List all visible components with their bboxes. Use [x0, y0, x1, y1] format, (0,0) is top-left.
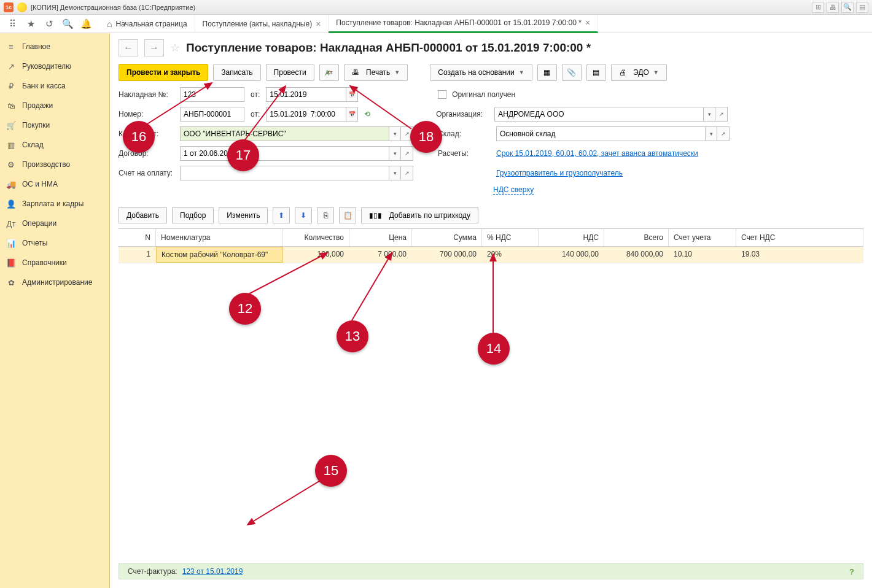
dropdown-icon[interactable]: ▾	[703, 107, 715, 122]
search-icon[interactable]: 🔍	[59, 17, 76, 31]
moveup-button[interactable]: ⬆	[273, 207, 290, 223]
sidebar-item-warehouse[interactable]: ▥Склад	[0, 135, 109, 155]
post-button[interactable]: Провести	[266, 64, 314, 81]
open-icon[interactable]: ↗	[715, 107, 728, 122]
table-row[interactable]: 1 Костюм рабочий "Коловрат-69" 100,000 7…	[119, 247, 863, 263]
content: ← → ☆ Поступление товаров: Накладная АНБ…	[110, 33, 872, 588]
add-button[interactable]: Добавить	[119, 207, 167, 223]
post-close-button[interactable]: Провести и закрыть	[119, 64, 208, 81]
items-table: N Номенклатура Количество Цена Сумма % Н…	[119, 228, 863, 563]
attach-button[interactable]: 📎	[562, 64, 582, 81]
tab-home[interactable]: ⌂ Начальная страница	[99, 15, 195, 33]
table-header: N Номенклатура Количество Цена Сумма % Н…	[119, 229, 863, 247]
invoice-date-input[interactable]	[266, 87, 346, 102]
barcode-button[interactable]: ▮▯▮ Добавить по штрихкоду	[361, 207, 478, 223]
forward-button[interactable]: →	[144, 39, 164, 56]
template-button[interactable]: ▤	[586, 64, 606, 81]
sidebar-item-admin[interactable]: ✿Администрирование	[0, 273, 109, 292]
print-button[interactable]: 🖶 Печать▼	[344, 64, 408, 81]
favorite-button[interactable]: ☆	[170, 41, 180, 55]
dropdown-icon[interactable]	[17, 2, 27, 12]
sidebar-item-manager[interactable]: ↗Руководителю	[0, 56, 109, 76]
back-button[interactable]: ←	[119, 39, 138, 56]
title-bar: 1c [КОПИЯ] Демонстрационная база (1С:Пре…	[0, 0, 872, 15]
star-icon[interactable]: ★	[22, 17, 39, 31]
home-icon: ⌂	[107, 19, 112, 29]
bell-icon[interactable]: 🔔	[77, 17, 95, 31]
sidebar-item-sales[interactable]: 🛍Продажи	[0, 96, 109, 115]
annotation-badge-13: 13	[337, 320, 368, 352]
calendar-icon[interactable]: 📅	[346, 87, 358, 102]
original-checkbox[interactable]	[438, 90, 446, 99]
sidebar-item-operations[interactable]: ДтОперации	[0, 214, 109, 233]
person-icon: 👤	[6, 199, 16, 209]
tab-document[interactable]: Поступление товаров: Накладная АНБП-0000…	[329, 15, 598, 33]
contractor-input[interactable]	[180, 126, 389, 141]
document-title: Поступление товаров: Накладная АНБП-0000…	[186, 41, 591, 55]
create-based-button[interactable]: Создать на основании▼	[430, 64, 532, 81]
edo-button[interactable]: 🖨 ЭДО▼	[611, 64, 667, 81]
settlements-label: Расчеты:	[438, 149, 490, 158]
refresh-icon[interactable]: ⟲	[364, 110, 370, 118]
sidebar-item-purchases[interactable]: 🛒Покупки	[0, 115, 109, 135]
close-icon[interactable]: ×	[316, 19, 321, 29]
dropdown-icon[interactable]: ▾	[389, 126, 401, 141]
apps-icon[interactable]: ⠿	[4, 17, 21, 31]
dtkt-icon: Дт	[6, 219, 16, 228]
invoice-no-input[interactable]	[180, 87, 244, 102]
invoice-pay-label: Счет на оплату:	[119, 169, 174, 177]
sidebar-item-main[interactable]: ≡Главное	[0, 37, 109, 56]
structure-button[interactable]: ▦	[537, 64, 557, 81]
dtkt-button[interactable]	[319, 64, 339, 81]
open-icon[interactable]: ↗	[401, 146, 413, 161]
col-vat: % НДС	[482, 229, 539, 246]
tab-label: Начальная страница	[115, 20, 187, 28]
close-icon[interactable]: ×	[585, 18, 590, 28]
window-btn-2[interactable]: 🖶	[827, 2, 839, 13]
window-btn-3[interactable]: 🔍	[841, 2, 854, 13]
open-icon[interactable]: ↗	[717, 126, 730, 141]
number-input[interactable]	[180, 107, 244, 122]
sidebar-item-reports[interactable]: 📊Отчеты	[0, 233, 109, 253]
bag-icon: 🛍	[6, 101, 16, 110]
annotation-badge-16: 16	[123, 121, 155, 153]
tab-label: Поступление (акты, накладные)	[203, 20, 313, 28]
paste-button[interactable]: 📋	[339, 207, 356, 223]
select-button[interactable]: Подбор	[172, 207, 214, 223]
gear-icon: ⚙	[6, 160, 16, 169]
history-icon[interactable]: ↺	[41, 17, 58, 31]
invoice-footer-link[interactable]: 123 от 15.01.2019	[182, 567, 243, 576]
edit-button[interactable]: Изменить	[219, 207, 268, 223]
sidebar-item-assets[interactable]: 🚚ОС и НМА	[0, 174, 109, 194]
movedown-button[interactable]: ⬇	[295, 207, 312, 223]
invoice-footer: Счет-фактура: 123 от 15.01.2019 ?	[119, 563, 863, 579]
help-icon[interactable]: ?	[849, 567, 854, 576]
warehouse-input[interactable]	[496, 126, 705, 141]
sidebar-item-bank[interactable]: ₽Банк и касса	[0, 76, 109, 96]
dropdown-icon[interactable]: ▾	[389, 146, 401, 161]
col-price: Цена	[349, 229, 412, 246]
save-button[interactable]: Записать	[213, 64, 260, 81]
open-icon[interactable]: ↗	[401, 166, 413, 180]
sidebar-item-payroll[interactable]: 👤Зарплата и кадры	[0, 194, 109, 214]
settlements-link[interactable]: Срок 15.01.2019, 60.01, 60.02, зачет ава…	[496, 149, 698, 158]
invoice-label: Накладная №:	[119, 90, 174, 99]
sidebar-item-production[interactable]: ⚙Производство	[0, 155, 109, 174]
consignor-link[interactable]: Грузоотправитель и грузополучатель	[496, 169, 623, 177]
barcode-icon: ▮▯▮	[369, 211, 382, 220]
invoice-pay-input[interactable]	[180, 166, 389, 180]
window-btn-4[interactable]: ▤	[856, 2, 868, 13]
tab-receipts[interactable]: Поступление (акты, накладные) ×	[195, 15, 329, 33]
dropdown-icon[interactable]: ▾	[705, 126, 717, 141]
book-icon: 📕	[6, 258, 16, 268]
calendar-icon[interactable]: 📅	[346, 107, 358, 122]
sidebar: ≡Главное ↗Руководителю ₽Банк и касса 🛍Пр…	[0, 33, 110, 588]
org-input[interactable]	[494, 107, 703, 122]
contract-input[interactable]	[180, 146, 389, 161]
dropdown-icon[interactable]: ▾	[389, 166, 401, 180]
sidebar-item-catalogs[interactable]: 📕Справочники	[0, 253, 109, 273]
window-btn-1[interactable]: ⊞	[812, 2, 824, 13]
copy-button[interactable]: ⎘	[317, 207, 334, 223]
number-date-input[interactable]	[266, 107, 346, 122]
vat-link[interactable]: НДС сверху	[493, 185, 534, 195]
